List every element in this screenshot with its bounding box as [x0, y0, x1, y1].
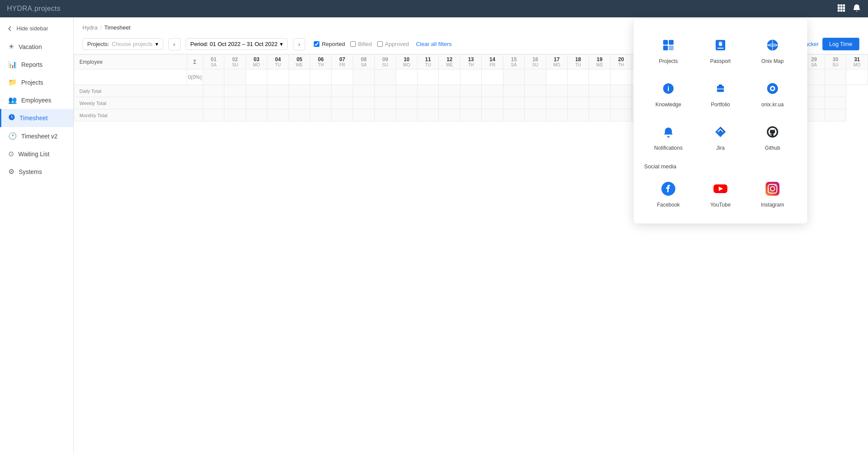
app-label-portfolio: Portfolio [711, 102, 730, 108]
period-prev-button[interactable]: ‹ [168, 38, 181, 50]
period-chevron-icon: ▾ [280, 41, 283, 47]
day-header-08: 08 SA [353, 55, 374, 69]
app-label-projects: Projects [659, 58, 677, 64]
sidebar-item-timesheet[interactable]: Timesheet [0, 109, 73, 127]
approved-filter[interactable]: Approved [377, 41, 409, 47]
day-header-14: 14 FR [482, 55, 503, 69]
svg-rect-0 [838, 4, 840, 7]
sidebar-item-reports[interactable]: 📊 Reports [0, 56, 73, 73]
app-item-notifications[interactable]: Notifications [644, 116, 693, 156]
period-select[interactable]: Period: 01 Oct 2022 – 31 Oct 2022 ▾ [186, 38, 288, 50]
hide-sidebar-label: Hide sidebar [16, 25, 48, 32]
sidebar-item-waiting-list[interactable]: ⊙ Waiting List [0, 145, 73, 163]
social-label-facebook: Facebook [657, 202, 680, 208]
social-media-label: Social media [644, 163, 797, 170]
folder-icon: 📁 [8, 78, 17, 86]
day-header-16: 16 SU [525, 55, 546, 69]
log-time-button[interactable]: Log Time [822, 38, 859, 50]
clock-outline-icon: 🕐 [8, 132, 17, 140]
sidebar-item-projects[interactable]: 📁 Projects [0, 73, 73, 91]
breadcrumb-parent[interactable]: Hydra [82, 24, 98, 31]
day-header-06: 06 TH [310, 55, 332, 69]
svg-rect-16 [717, 48, 723, 49]
svg-rect-10 [663, 40, 668, 45]
bell-icon[interactable] [852, 3, 861, 14]
social-grid: Facebook YouTube Instagram [644, 173, 797, 213]
app-item-portfolio[interactable]: Portfolio [696, 73, 745, 113]
day-header-18: 18 TU [567, 55, 589, 69]
app-item-knowledge[interactable]: i Knowledge [644, 73, 693, 113]
top-header: HYDRA.projects [0, 0, 868, 17]
sidebar-item-label: Reports [21, 61, 43, 68]
logo-bold: HYDRA [7, 5, 33, 12]
social-item-facebook[interactable]: Facebook [644, 173, 693, 213]
projects-label: Projects: [87, 41, 109, 47]
day-header-20: 20 TH [610, 55, 631, 69]
svg-rect-6 [838, 10, 840, 12]
employee-col-header: Employee [74, 55, 187, 69]
billed-filter[interactable]: Billed [350, 41, 372, 47]
day-header-04: 04 TU [267, 55, 289, 69]
social-item-youtube[interactable]: YouTube [696, 173, 745, 213]
sidebar-item-systems[interactable]: ⚙ Systems [0, 163, 73, 181]
period-next-button[interactable]: › [293, 38, 305, 50]
reported-filter[interactable]: Reported [314, 41, 345, 47]
svg-rect-2 [843, 4, 845, 7]
day-header-10: 10 MO [396, 55, 417, 69]
reported-label: Reported [322, 41, 345, 47]
apps-popup: Projects Passport Onix Map i Knowledge P… [634, 19, 807, 223]
app-item-onix-map[interactable]: Onix Map [748, 30, 797, 69]
notifications-icon [658, 121, 679, 142]
day-header-13: 13 TH [460, 55, 481, 69]
knowledge-icon: i [658, 78, 679, 99]
sidebar-item-vacation[interactable]: ☀ Vacation [0, 38, 73, 56]
app-label-github: Github [765, 145, 780, 151]
sun-icon: ☀ [8, 43, 14, 51]
app-item-onix-kr-ua[interactable]: onix.kr.ua [748, 73, 797, 113]
day-header-15: 15 SA [503, 55, 524, 69]
onixkrua-icon [762, 78, 783, 99]
hide-sidebar-button[interactable]: Hide sidebar [0, 21, 73, 36]
app-item-jira[interactable]: Jira [696, 116, 745, 156]
sidebar-item-timesheet-v2[interactable]: 🕐 Timesheet v2 [0, 127, 73, 145]
sidebar-item-employees[interactable]: 👥 Employees [0, 91, 73, 109]
reported-checkbox[interactable] [314, 41, 319, 47]
svg-text:i: i [667, 85, 669, 92]
svg-rect-8 [843, 10, 845, 12]
sidebar-item-label: Employees [21, 97, 51, 104]
project-select[interactable]: Projects: Choose projects ▾ [82, 38, 163, 50]
day-header-11: 11 TU [418, 55, 439, 69]
billed-checkbox[interactable] [350, 41, 356, 47]
sidebar: Hide sidebar ☀ Vacation 📊 Reports 📁 Proj… [0, 17, 74, 453]
approved-checkbox[interactable] [377, 41, 383, 47]
svg-rect-25 [719, 85, 722, 86]
svg-point-15 [719, 43, 722, 46]
jira-icon [710, 121, 731, 142]
day-header-05: 05 WE [289, 55, 310, 69]
logo: HYDRA.projects [7, 5, 60, 13]
app-item-projects[interactable]: Projects [644, 30, 693, 69]
projects-placeholder: Choose projects [112, 41, 153, 47]
svg-point-37 [775, 185, 776, 187]
app-item-passport[interactable]: Passport [696, 30, 745, 69]
list-icon: ⊙ [8, 150, 14, 158]
day-header-07: 07 FR [332, 55, 353, 69]
breadcrumb-separator: / [100, 24, 102, 31]
svg-rect-4 [840, 7, 842, 9]
social-label-youtube: YouTube [710, 202, 730, 208]
youtube-icon [710, 178, 731, 199]
sidebar-item-label: Timesheet [20, 115, 48, 121]
social-item-instagram[interactable]: Instagram [748, 173, 797, 213]
app-item-github[interactable]: Github [748, 116, 797, 156]
grid-icon[interactable] [837, 3, 845, 14]
approved-label: Approved [385, 41, 409, 47]
day-header-12: 12 WE [439, 55, 460, 69]
clear-filters-link[interactable]: Clear all filters [416, 41, 451, 47]
svg-rect-5 [843, 7, 845, 9]
instagram-icon [762, 178, 783, 199]
svg-rect-3 [838, 7, 840, 9]
app-label-jira: Jira [716, 145, 724, 151]
app-label-knowledge: Knowledge [655, 102, 681, 108]
bar-chart-icon: 📊 [8, 60, 17, 69]
sidebar-item-label: Waiting List [18, 151, 49, 158]
